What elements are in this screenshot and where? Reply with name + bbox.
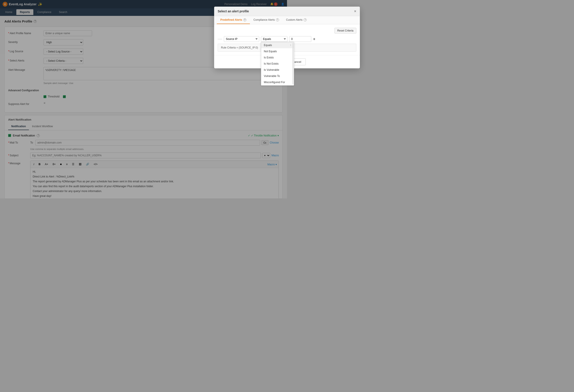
rule-criteria-text: Rule Criteria = (SOURCE_IP:0) — [221, 46, 258, 49]
modal-tab-custom[interactable]: Custom Alerts ? — [283, 16, 287, 24]
modal-header: Select an alert profile × — [214, 7, 287, 16]
custom-tab-label: Custom Alerts — [286, 18, 287, 21]
modal-tab-compliance[interactable]: Compliance Alerts ? — [250, 16, 283, 24]
operator-select[interactable]: Equals — [261, 36, 287, 42]
operator-option-vulnerable-to[interactable]: Vulnerable To — [261, 73, 287, 79]
modal-title: Select an alert profile — [218, 9, 249, 13]
criteria-line — [218, 39, 222, 39]
operator-option-is-exists[interactable]: Is Exists — [261, 55, 287, 61]
compliance-tab-label: Compliance Alerts — [253, 18, 275, 21]
modal-tabs: Predefined Alerts ? Compliance Alerts ? … — [214, 16, 287, 24]
criteria-row: Source IP Equals Equals ↑ Not Equals Is … — [218, 36, 287, 42]
reset-criteria-row: Reset Criteria — [218, 28, 287, 34]
field-select-wrap: Source IP — [224, 36, 259, 42]
alert-profile-modal: Select an alert profile × Predefined Ale… — [214, 7, 287, 68]
operator-option-equals[interactable]: Equals ↑ — [261, 42, 287, 48]
compliance-help-icon[interactable]: ? — [276, 18, 279, 21]
operator-dropdown-wrap: Equals Equals ↑ Not Equals Is Exists Is … — [261, 36, 287, 42]
operator-dropdown-menu: Equals ↑ Not Equals Is Exists Is Not Exi… — [261, 42, 287, 86]
operator-option-misconfigured-for[interactable]: Misconfigured For — [261, 79, 287, 85]
modal-body: Reset Criteria Source IP Equals — [214, 24, 287, 55]
predefined-tab-label: Predefined Alerts — [220, 18, 242, 21]
field-select[interactable]: Source IP — [224, 36, 259, 42]
modal-tab-predefined[interactable]: Predefined Alerts ? — [217, 16, 250, 24]
predefined-help-icon[interactable]: ? — [243, 18, 246, 21]
modal-overlay: Select an alert profile × Predefined Ale… — [0, 0, 287, 198]
operator-option-is-not-exists[interactable]: Is Not Exists — [261, 61, 287, 67]
operator-option-is-vulnerable[interactable]: Is Vulnerable — [261, 67, 287, 73]
operator-option-not-equals[interactable]: Not Equals — [261, 48, 287, 55]
